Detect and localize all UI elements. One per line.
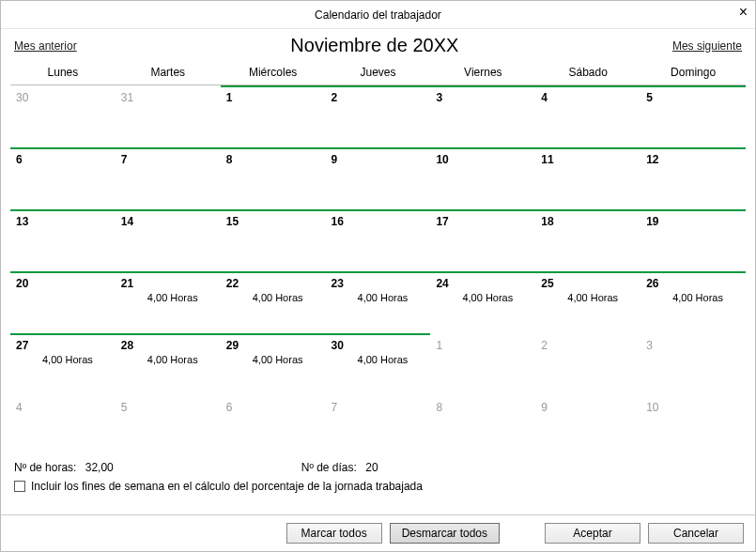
day-number: 31 <box>121 91 215 104</box>
day-number: 6 <box>226 401 320 414</box>
hours-label: Nº de horas: <box>14 461 76 474</box>
calendar-day-cell[interactable]: 7 <box>116 147 221 209</box>
days-label: Nº de días: <box>301 461 357 474</box>
worker-calendar-dialog: Calendario del trabajador × Mes anterior… <box>0 0 756 552</box>
day-number: 1 <box>436 339 530 352</box>
day-number: 14 <box>121 215 215 228</box>
day-hours: 4,00 Horas <box>121 352 215 365</box>
calendar-day-cell[interactable]: 20 <box>10 271 116 333</box>
day-number: 7 <box>121 153 215 166</box>
calendar-day-cell[interactable]: 3 <box>430 85 535 147</box>
day-number: 9 <box>332 153 425 166</box>
calendar-day-cell[interactable]: 224,00 Horas <box>221 271 326 333</box>
calendar-day-cell[interactable]: 15 <box>221 209 326 271</box>
calendar-day-cell[interactable]: 10 <box>430 147 535 209</box>
day-number: 15 <box>226 215 320 228</box>
day-number: 16 <box>332 215 425 228</box>
day-number: 8 <box>226 153 320 166</box>
day-number: 4 <box>541 91 635 104</box>
day-hours: 4,00 Horas <box>332 352 425 365</box>
day-number: 21 <box>121 277 215 290</box>
day-number: 1 <box>226 91 320 104</box>
day-number: 29 <box>226 339 320 352</box>
calendar-day-cell[interactable]: 284,00 Horas <box>116 333 221 395</box>
calendar-day-cell[interactable]: 1 <box>221 85 326 147</box>
unmark-all-button[interactable]: Desmarcar todos <box>390 523 500 544</box>
mark-all-button[interactable]: Marcar todos <box>286 523 382 544</box>
day-number: 27 <box>16 339 110 352</box>
calendar-day-cell[interactable]: 244,00 Horas <box>430 271 535 333</box>
weekday-header: LunesMartesMiércolesJuevesViernesSábadoD… <box>10 60 746 85</box>
summary-row: Nº de horas: 32,00 Nº de días: 20 <box>1 457 755 478</box>
month-nav: Mes anterior Noviembre de 20XX Mes sigui… <box>1 29 755 60</box>
cancel-button[interactable]: Cancelar <box>648 523 744 544</box>
day-number: 30 <box>16 91 110 104</box>
next-month-link[interactable]: Mes siguiente <box>672 39 742 53</box>
include-weekends-checkbox[interactable] <box>14 481 25 492</box>
include-weekends-option[interactable]: Incluir los fines de semana en el cálcul… <box>1 478 755 500</box>
include-weekends-label: Incluir los fines de semana en el cálcul… <box>31 480 423 493</box>
calendar-day-cell[interactable]: 12 <box>640 147 746 209</box>
calendar-day-cell[interactable]: 19 <box>640 209 746 271</box>
calendar-day-cell[interactable]: 17 <box>430 209 535 271</box>
days-value: 20 <box>365 461 378 474</box>
day-number: 7 <box>332 401 425 414</box>
day-number: 2 <box>541 339 635 352</box>
day-number: 24 <box>436 277 530 290</box>
calendar-day-cell[interactable]: 18 <box>535 209 640 271</box>
weekday-header-cell: Lunes <box>10 60 116 84</box>
day-hours: 4,00 Horas <box>332 290 425 303</box>
calendar-day-cell: 6 <box>221 395 326 457</box>
day-number: 25 <box>541 277 635 290</box>
dialog-footer: Marcar todos Desmarcar todos Aceptar Can… <box>1 514 755 551</box>
calendar-day-cell[interactable]: 4 <box>535 85 640 147</box>
day-number: 20 <box>16 277 110 290</box>
calendar-day-cell: 9 <box>535 395 640 457</box>
day-number: 30 <box>332 339 425 352</box>
calendar-day-cell[interactable]: 5 <box>640 85 746 147</box>
calendar-day-cell: 5 <box>116 395 221 457</box>
calendar-day-cell[interactable]: 11 <box>535 147 640 209</box>
calendar-day-cell[interactable]: 16 <box>326 209 431 271</box>
calendar-day-cell[interactable]: 14 <box>116 209 221 271</box>
weekday-header-cell: Jueves <box>326 60 431 84</box>
calendar-day-cell[interactable]: 13 <box>10 209 116 271</box>
day-number: 2 <box>332 91 425 104</box>
calendar-day-cell[interactable]: 234,00 Horas <box>326 271 431 333</box>
days-summary: Nº de días: 20 <box>301 461 378 474</box>
calendar-day-cell[interactable]: 214,00 Horas <box>116 271 221 333</box>
day-number: 10 <box>436 153 530 166</box>
calendar-day-cell[interactable]: 9 <box>326 147 431 209</box>
calendar-day-cell: 7 <box>326 395 431 457</box>
day-number: 12 <box>646 153 740 166</box>
calendar-day-cell[interactable]: 6 <box>10 147 116 209</box>
calendar-day-cell[interactable]: 274,00 Horas <box>10 333 116 395</box>
calendar-day-cell: 10 <box>640 395 746 457</box>
calendar-day-cell[interactable]: 264,00 Horas <box>640 271 746 333</box>
calendar-day-cell[interactable]: 2 <box>326 85 431 147</box>
prev-month-link[interactable]: Mes anterior <box>14 39 77 53</box>
window-title: Calendario del trabajador <box>315 8 441 22</box>
weekday-header-cell: Miércoles <box>221 60 326 84</box>
day-number: 22 <box>226 277 320 290</box>
calendar-day-cell[interactable]: 294,00 Horas <box>221 333 326 395</box>
day-hours: 4,00 Horas <box>226 352 320 365</box>
day-hours: 4,00 Horas <box>226 290 320 303</box>
day-hours: 4,00 Horas <box>121 290 215 303</box>
current-month-label: Noviembre de 20XX <box>290 35 458 56</box>
calendar-day-cell: 31 <box>116 85 221 147</box>
calendar-day-cell[interactable]: 8 <box>221 147 326 209</box>
calendar-day-cell: 2 <box>535 333 640 395</box>
accept-button[interactable]: Aceptar <box>545 523 640 544</box>
calendar-day-cell[interactable]: 304,00 Horas <box>326 333 431 395</box>
day-number: 5 <box>121 401 215 414</box>
weekday-header-cell: Martes <box>116 60 221 84</box>
day-number: 11 <box>541 153 635 166</box>
day-number: 13 <box>16 215 110 228</box>
day-number: 6 <box>16 153 110 166</box>
calendar-day-cell: 30 <box>10 85 116 147</box>
close-icon[interactable]: × <box>739 5 748 20</box>
day-hours: 4,00 Horas <box>436 290 530 303</box>
day-number: 5 <box>646 91 740 104</box>
calendar-day-cell[interactable]: 254,00 Horas <box>535 271 640 333</box>
